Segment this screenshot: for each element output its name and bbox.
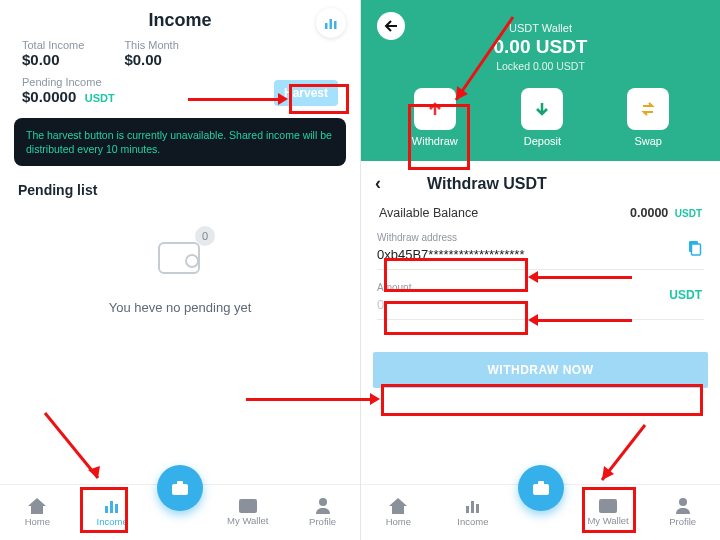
available-balance-label: Available Balance: [379, 206, 478, 220]
withdraw-screen: USDT Wallet 0.00 USDT Locked 0.00 USDT W…: [360, 0, 720, 540]
svg-point-9: [319, 498, 327, 506]
nav-wallet-label: My Wallet: [587, 515, 628, 526]
wallet-icon: [599, 499, 617, 513]
svg-rect-7: [115, 504, 118, 513]
nav-home-label: Home: [386, 516, 411, 527]
bottom-nav: Home Income My Wallet Profile: [361, 484, 720, 540]
nav-income[interactable]: Income: [82, 498, 142, 527]
briefcase-icon: [531, 479, 551, 497]
wallet-balance: 0.00 USDT: [377, 36, 704, 58]
nav-home[interactable]: Home: [368, 498, 428, 527]
pending-count-badge: 0: [195, 226, 215, 246]
svg-rect-11: [692, 244, 701, 255]
withdraw-subheader: ‹ Withdraw USDT: [361, 161, 720, 200]
svg-rect-1: [330, 19, 333, 29]
income-summary-row: Total Income $0.00 This Month $0.00: [0, 37, 360, 72]
nav-wallet[interactable]: My Wallet: [578, 499, 638, 526]
arrow-up-icon: [426, 100, 444, 118]
svg-point-18: [679, 498, 687, 506]
svg-rect-4: [177, 481, 183, 485]
withdraw-address-label: Withdraw address: [377, 232, 704, 243]
bar-chart-icon: [104, 498, 120, 514]
harvest-notice: The harvest button is currently unavaila…: [14, 118, 346, 166]
center-fab[interactable]: [518, 465, 564, 511]
user-icon: [316, 498, 330, 514]
withdraw-address-input[interactable]: [377, 247, 639, 262]
swap-action[interactable]: Swap: [627, 88, 669, 147]
briefcase-icon: [170, 479, 190, 497]
pending-income-block: Pending Income $0.0000 USDT: [22, 76, 115, 106]
nav-income-label: Income: [457, 516, 488, 527]
nav-income[interactable]: Income: [443, 498, 503, 527]
home-icon: [389, 498, 407, 514]
withdraw-amount-label: Amount: [377, 282, 704, 293]
back-chevron[interactable]: ‹: [375, 173, 381, 194]
deposit-action[interactable]: Deposit: [521, 88, 563, 147]
income-screen: Income Total Income $0.00 This Month $0.…: [0, 0, 360, 540]
pending-income-value-wrap: $0.0000 USDT: [22, 88, 115, 106]
copy-icon: [686, 240, 702, 256]
svg-rect-14: [466, 506, 469, 513]
harvest-button[interactable]: Harvest: [274, 80, 338, 106]
nav-profile[interactable]: Profile: [293, 498, 353, 527]
bar-chart-icon: [324, 16, 338, 30]
withdraw-amount-field[interactable]: Amount USDT: [377, 280, 704, 320]
withdraw-now-button[interactable]: WITHDRAW NOW: [373, 352, 708, 388]
user-icon: [676, 498, 690, 514]
nav-profile[interactable]: Profile: [653, 498, 713, 527]
center-fab[interactable]: [157, 465, 203, 511]
pending-row: Pending Income $0.0000 USDT Harvest: [0, 72, 360, 112]
wallet-locked: Locked 0.00 USDT: [377, 60, 704, 72]
withdraw-title: Withdraw USDT: [427, 175, 547, 193]
svg-rect-2: [334, 21, 337, 29]
nav-wallet-label: My Wallet: [227, 515, 268, 526]
pending-list-title: Pending list: [0, 172, 360, 202]
svg-rect-8: [239, 499, 257, 513]
withdraw-action[interactable]: Withdraw: [412, 88, 458, 147]
pending-empty-text: You heve no pending yet: [109, 300, 252, 315]
stats-button[interactable]: [316, 8, 346, 38]
page-title: Income: [148, 10, 211, 31]
withdraw-address-field[interactable]: Withdraw address: [377, 230, 704, 270]
available-balance-row: Available Balance 0.0000 USDT: [361, 200, 720, 230]
income-header: Income: [0, 0, 360, 37]
bar-chart-icon: [465, 498, 481, 514]
svg-rect-13: [538, 481, 544, 485]
svg-rect-16: [476, 504, 479, 513]
bottom-nav: Home Income My Wallet Profile: [0, 484, 360, 540]
swap-icon: [639, 100, 657, 118]
arrow-down-icon: [533, 100, 551, 118]
nav-home-label: Home: [25, 516, 50, 527]
svg-rect-15: [471, 501, 474, 513]
svg-rect-17: [599, 499, 617, 513]
withdraw-action-label: Withdraw: [412, 135, 458, 147]
wallet-label: USDT Wallet: [377, 22, 704, 34]
nav-wallet[interactable]: My Wallet: [218, 499, 278, 526]
nav-income-label: Income: [97, 516, 128, 527]
deposit-action-label: Deposit: [524, 135, 561, 147]
nav-profile-label: Profile: [309, 516, 336, 527]
pending-income-unit: USDT: [85, 92, 115, 104]
available-balance-value-wrap: 0.0000 USDT: [630, 206, 702, 220]
svg-rect-5: [105, 506, 108, 513]
wallet-empty-icon: 0: [150, 232, 210, 280]
available-balance-unit: USDT: [675, 208, 702, 219]
month-income-block: This Month $0.00: [124, 39, 178, 68]
wallet-meta: USDT Wallet 0.00 USDT Locked 0.00 USDT: [377, 22, 704, 72]
nav-home[interactable]: Home: [7, 498, 67, 527]
wallet-actions: Withdraw Deposit Swap: [377, 88, 704, 147]
total-income-block: Total Income $0.00: [22, 39, 84, 68]
month-income-label: This Month: [124, 39, 178, 51]
svg-rect-6: [110, 501, 113, 513]
svg-rect-0: [325, 23, 328, 29]
pending-empty-state: 0 You heve no pending yet: [0, 202, 360, 484]
withdraw-amount-input[interactable]: [377, 297, 639, 312]
total-income-value: $0.00: [22, 51, 84, 68]
home-icon: [28, 498, 46, 514]
svg-rect-12: [533, 484, 549, 495]
copy-address-button[interactable]: [686, 240, 702, 256]
total-income-label: Total Income: [22, 39, 84, 51]
withdraw-amount-unit: USDT: [669, 288, 702, 302]
wallet-header: USDT Wallet 0.00 USDT Locked 0.00 USDT W…: [361, 0, 720, 161]
pending-income-value: $0.0000: [22, 88, 76, 105]
